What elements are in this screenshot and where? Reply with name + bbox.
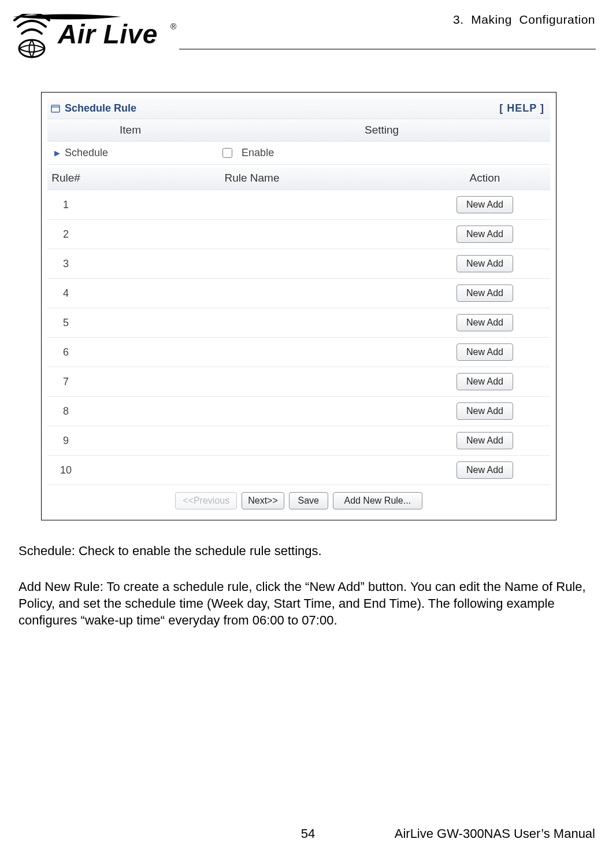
col-action: Action [420,167,550,190]
chapter-heading: 3. Making Configuration [453,13,595,27]
schedule-rule-panel: Schedule Rule [ HELP ] Item Setting ▶ Sc… [41,92,556,520]
rule-action-cell: New Add [420,397,550,426]
rule-name-cell [84,338,420,367]
new-add-button[interactable]: New Add [457,461,513,479]
header-rule [179,49,596,50]
panel-title: Schedule Rule [65,102,136,114]
triangle-right-icon: ▶ [54,149,60,157]
previous-button[interactable]: <<Previous [175,492,237,509]
table-row: 5New Add [47,308,550,338]
table-row: 10New Add [47,456,550,485]
rule-number: 7 [47,367,84,397]
col-rule-num: Rule# [47,167,84,190]
rule-name-cell [84,220,420,249]
rule-number: 3 [47,249,84,279]
page-number-value: 54 [301,826,315,841]
rule-name-cell [84,190,420,220]
rule-number: 10 [47,456,84,485]
schedule-row-label-cell: ▶ Schedule [47,141,213,164]
rules-table: Rule# Rule Name Action 1New Add2New Add3… [47,167,550,486]
rule-name-cell [84,426,420,456]
schedule-label: Schedule [65,147,108,159]
rule-action-cell: New Add [420,308,550,338]
enable-label: Enable [242,147,274,159]
table-row: 7New Add [47,367,550,397]
paragraph-schedule: Schedule: Check to enable the schedule r… [18,542,599,559]
rule-number: 4 [47,279,84,308]
panel-footer-buttons: <<Previous Next>> Save Add New Rule... [47,485,550,512]
rule-name-cell [84,367,420,397]
rule-number: 2 [47,220,84,249]
table-row: 9New Add [47,426,550,456]
registered-icon: ® [170,22,176,31]
next-button[interactable]: Next>> [242,492,284,509]
col-item: Item [47,119,213,141]
rule-action-cell: New Add [420,190,550,220]
rule-number: 6 [47,338,84,367]
rule-name-cell [84,279,420,308]
new-add-button[interactable]: New Add [457,255,513,272]
new-add-button[interactable]: New Add [457,373,513,390]
rule-number: 5 [47,308,84,338]
logo-text: Air Live [58,19,158,50]
rule-name-cell [84,249,420,279]
rule-action-cell: New Add [420,426,550,456]
table-row: 6New Add [47,338,550,367]
table-row: 3New Add [47,249,550,279]
rule-action-cell: New Add [420,338,550,367]
airlive-logo: Air Live ® [13,12,180,66]
svg-point-0 [19,40,44,57]
rule-number: 1 [47,190,84,220]
table-row: 8New Add [47,397,550,426]
rule-action-cell: New Add [420,249,550,279]
svg-rect-1 [51,105,60,112]
schedule-row-setting-cell: Enable [213,141,550,164]
rule-action-cell: New Add [420,367,550,397]
new-add-button[interactable]: New Add [457,226,513,243]
table-row: 2New Add [47,220,550,249]
rule-action-cell: New Add [420,220,550,249]
rule-action-cell: New Add [420,456,550,485]
new-add-button[interactable]: New Add [457,284,513,302]
col-setting: Setting [213,119,550,141]
rule-number: 8 [47,397,84,426]
logo-underline-icon [13,14,121,20]
table-row: 4New Add [47,279,550,308]
rule-number: 9 [47,426,84,456]
new-add-button[interactable]: New Add [457,402,513,420]
rule-name-cell [84,308,420,338]
rule-name-cell [84,397,420,426]
new-add-button[interactable]: New Add [457,432,513,449]
rule-action-cell: New Add [420,279,550,308]
paragraph-add-new-rule: Add New Rule: To create a schedule rule,… [18,578,599,629]
new-add-button[interactable]: New Add [457,196,513,213]
rule-name-cell [84,456,420,485]
new-add-button[interactable]: New Add [457,314,513,331]
panel-titlebar: Schedule Rule [ HELP ] [47,98,550,119]
add-new-rule-button[interactable]: Add New Rule... [333,492,422,509]
new-add-button[interactable]: New Add [457,343,513,361]
page-icon [51,105,60,113]
save-button[interactable]: Save [289,492,328,509]
help-link[interactable]: [ HELP ] [499,102,544,114]
manual-title: AirLive GW-300NAS User’s Manual [395,826,595,841]
wifi-globe-icon [13,14,58,60]
table-row: 1New Add [47,190,550,220]
col-rule-name: Rule Name [84,167,420,190]
enable-checkbox[interactable] [222,148,232,158]
item-setting-table: Item Setting ▶ Schedule Enable [47,119,550,165]
